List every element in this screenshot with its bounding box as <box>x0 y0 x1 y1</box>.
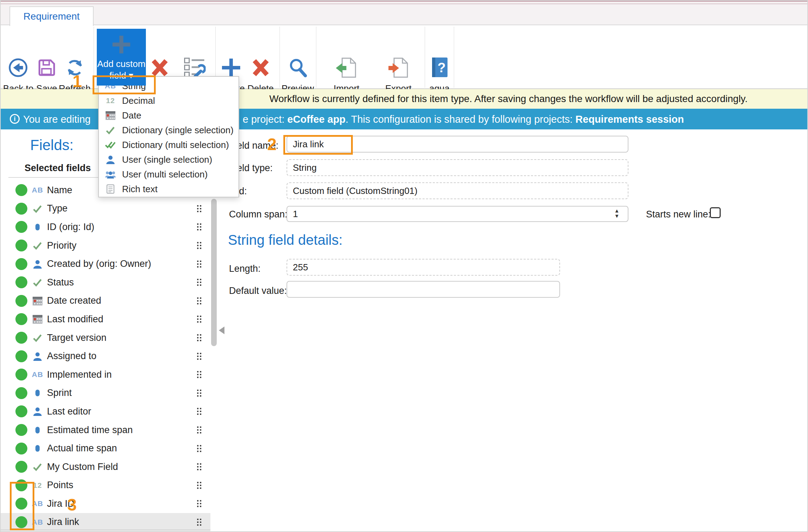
drag-handle[interactable] <box>197 463 201 470</box>
field-row-actual-time-span[interactable]: Actual time span <box>1 439 210 458</box>
group-separator <box>454 27 454 88</box>
drag-handle[interactable] <box>197 426 201 433</box>
drag-handle[interactable] <box>197 519 201 526</box>
collapse-panel-arrow-icon[interactable] <box>219 326 224 334</box>
menu-item-label: User (single selection) <box>122 154 212 165</box>
drag-handle[interactable] <box>197 390 201 397</box>
field-row-my-custom-field[interactable]: My Custom Field <box>1 458 210 476</box>
annotation-box-3 <box>10 482 34 530</box>
drag-handle[interactable] <box>197 205 201 212</box>
drag-handle[interactable] <box>197 482 201 489</box>
drag-handle[interactable] <box>197 261 201 268</box>
field-label: ID (orig: Id) <box>47 222 94 233</box>
drag-handle[interactable] <box>197 408 201 415</box>
annotation-number-1: 1 <box>73 72 82 91</box>
drag-handle[interactable] <box>197 500 201 507</box>
length-input <box>287 259 560 276</box>
default-value-label: Default value: <box>229 285 287 296</box>
double-checkmark-icon <box>105 140 116 150</box>
menu-item-dictionary-multi-selection[interactable]: Dictionary (multi selection) <box>99 137 238 152</box>
export-document-icon <box>371 56 426 79</box>
menu-item-dictionary-single-selection[interactable]: Dictionary (single selection) <box>99 123 238 137</box>
menu-item-date[interactable]: Date <box>99 108 238 123</box>
enabled-dot-icon <box>15 203 27 215</box>
annotation-number-3: 3 <box>67 495 77 514</box>
save-button[interactable]: Save <box>36 56 57 94</box>
drag-handle[interactable] <box>197 279 201 286</box>
preview-button[interactable]: Preview <box>282 56 314 94</box>
drag-handle[interactable] <box>197 316 201 323</box>
field-row-status[interactable]: Status <box>1 273 210 292</box>
starts-new-line-checkbox[interactable] <box>710 207 721 218</box>
field-label: Jira link <box>47 517 79 527</box>
selected-fields-list: ABNameTypeID (orig: Id)PriorityCreated b… <box>1 181 210 531</box>
field-row-priority[interactable]: Priority <box>1 236 210 255</box>
back-arrow-icon <box>3 56 34 79</box>
drag-handle[interactable] <box>197 223 201 230</box>
field-row-created-by-orig-owner[interactable]: Created by (orig: Owner) <box>1 255 210 273</box>
menu-item-decimal[interactable]: 12Decimal <box>99 93 238 108</box>
enabled-dot-icon <box>15 240 27 251</box>
info-text-prefix: You are editing <box>23 113 90 125</box>
fields-scrollbar[interactable] <box>211 199 217 346</box>
field-row-assigned-to[interactable]: Assigned to <box>1 347 210 365</box>
tab-label: Requirement <box>23 11 80 22</box>
field-label: Sprint <box>47 388 72 398</box>
info-text-fragment: e project: <box>243 113 287 124</box>
field-label: Priority <box>47 240 76 251</box>
menu-item-label: Date <box>122 110 141 121</box>
app-window: Requirement Back to main Save Refresh <box>0 0 808 532</box>
field-label: Implemented in <box>47 369 112 380</box>
info-text: e project: eCoffee app. This configurati… <box>243 113 684 125</box>
menu-item-user-single-selection[interactable]: User (single selection) <box>99 152 238 167</box>
drag-handle[interactable] <box>197 334 201 341</box>
enabled-dot-icon <box>15 258 27 270</box>
enabled-dot-icon <box>15 387 27 399</box>
workflow-warning-text: Workflow is currently defined for this i… <box>269 93 748 105</box>
field-label: Estimated time span <box>47 425 133 436</box>
project-name: eCoffee app <box>287 113 345 124</box>
menu-item-user-multi-selection[interactable]: User (multi selection) <box>99 167 238 182</box>
checkmark-icon <box>33 241 42 250</box>
field-row-id-orig-id[interactable]: ID (orig: Id) <box>1 218 210 236</box>
field-label: Date created <box>47 295 101 306</box>
checkmark-icon <box>33 333 42 342</box>
field-row-implemented-in[interactable]: ABImplemented in <box>1 365 210 384</box>
menu-item-label: Decimal <box>122 95 155 106</box>
field-row-sprint[interactable]: Sprint <box>1 384 210 403</box>
field-row-last-editor[interactable]: Last editor <box>1 402 210 421</box>
menu-item-rich-text[interactable]: Rich text <box>99 182 238 196</box>
save-floppy-icon <box>36 56 57 79</box>
import-document-icon <box>319 56 374 79</box>
string-field-details-heading: String field details: <box>228 232 343 248</box>
checkmark-icon <box>33 462 42 471</box>
field-row-date-created[interactable]: Date created <box>1 292 210 310</box>
menu-item-label: Dictionary (single selection) <box>122 125 234 136</box>
drag-handle[interactable] <box>197 242 201 249</box>
drag-handle[interactable] <box>197 297 201 304</box>
field-label: Assigned to <box>47 351 96 362</box>
tab-requirement[interactable]: Requirement <box>9 6 94 26</box>
enabled-dot-icon <box>15 424 27 436</box>
column-span-input[interactable] <box>287 206 628 222</box>
field-label: Last modified <box>47 314 103 325</box>
checkmark-icon <box>106 126 115 135</box>
field-row-type[interactable]: Type <box>1 200 210 218</box>
field-row-target-version[interactable]: Target version <box>1 329 210 347</box>
column-span-stepper[interactable]: ▲▼ <box>612 208 622 218</box>
default-value-input[interactable] <box>287 281 560 298</box>
group-separator <box>280 27 280 88</box>
drag-handle[interactable] <box>197 353 201 360</box>
field-label: Created by (orig: Owner) <box>47 258 151 269</box>
user-icon <box>33 351 42 361</box>
backend-input <box>287 182 628 199</box>
checkmark-icon <box>33 204 42 213</box>
field-row-last-modified[interactable]: Last modified <box>1 310 210 329</box>
drag-handle[interactable] <box>197 371 201 378</box>
field-row-estimated-time-span[interactable]: Estimated time span <box>1 421 210 439</box>
drag-handle[interactable] <box>197 445 201 452</box>
checkmark-icon <box>33 278 42 287</box>
text-field-icon: AB <box>32 186 43 194</box>
enabled-dot-icon <box>15 184 27 196</box>
calendar-icon <box>32 314 43 324</box>
